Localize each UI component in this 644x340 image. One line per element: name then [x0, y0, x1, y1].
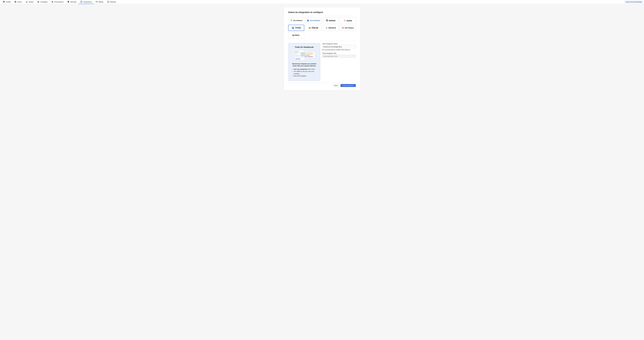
promo-bullet: One way integration with Trello.: [294, 68, 318, 70]
promo-bullet: The ability to set your own sync schedul…: [294, 70, 318, 75]
tile-shortcut[interactable]: Shortcut: [323, 25, 338, 31]
tile-jira-software[interactable]: Jira Software: [288, 18, 304, 24]
tile-label: GitLab: [312, 27, 318, 29]
nav-tab-label: Reports: [110, 1, 116, 3]
create-integration-button[interactable]: Create Integration: [340, 84, 356, 87]
tile-label: Azure DevOps: [310, 20, 320, 21]
svg-rect-7: [38, 2, 39, 2]
nav-tab-permissions[interactable]: Permissions: [50, 0, 65, 4]
integration-tiles-row-2: Trello GitLab Shortcut API Tokens: [288, 25, 356, 31]
reports-icon: [107, 1, 109, 3]
top-nav: Profile Users Teams Company Permissions: [0, 0, 644, 4]
company-icon: [37, 1, 40, 3]
svg-point-18: [344, 20, 344, 21]
teams-icon: [26, 1, 28, 3]
tile-label: asana: [346, 20, 352, 22]
nav-tab-security[interactable]: Security: [66, 0, 78, 4]
bullet-rest: with Trello.: [308, 68, 315, 70]
trello-icon: [292, 26, 294, 29]
integrations-icon: [80, 1, 82, 3]
integration-url-input: [322, 55, 356, 58]
tile-api-tokens[interactable]: API Tokens: [340, 25, 356, 31]
svg-point-3: [15, 1, 16, 2]
svg-point-5: [27, 1, 27, 2]
gitlab-icon: [308, 27, 311, 29]
users-icon: [14, 1, 16, 3]
page-body: Select an integration to configure Jira …: [0, 4, 644, 96]
nav-tab-teams[interactable]: Teams: [24, 0, 35, 4]
svg-rect-11: [52, 2, 53, 2]
tile-label: GitHub: [329, 20, 336, 22]
back-button[interactable]: Back: [333, 84, 340, 87]
nav-tab-label: Billing: [99, 1, 103, 3]
integration-name-input[interactable]: [322, 45, 356, 48]
svg-point-1: [4, 1, 4, 2]
nav-tab-label: Integrations: [83, 1, 92, 3]
nav-tab-label: Profile: [6, 1, 10, 3]
tile-asana[interactable]: asana: [340, 18, 356, 24]
credit-card-icon: [96, 1, 98, 3]
tile-up-next[interactable]: Up Next...: [288, 32, 304, 38]
nav-tab-reports[interactable]: Reports: [105, 0, 118, 4]
nav-tab-label: Users: [18, 1, 22, 3]
nav-tab-profile[interactable]: Profile: [1, 0, 12, 4]
svg-rect-21: [292, 27, 293, 28]
profile-icon: [3, 1, 5, 3]
bullet-rest: Easy field mapping.: [294, 75, 306, 77]
nav-tabs: Profile Users Teams Company Permissions: [1, 0, 118, 4]
nav-tab-label: Company: [40, 1, 48, 3]
nav-tab-label: Permissions: [54, 1, 64, 3]
nav-tab-users[interactable]: Users: [12, 0, 24, 4]
tile-gitlab[interactable]: GitLab: [306, 25, 321, 31]
button-label: Create Integration: [342, 85, 354, 86]
name-label: Trello Integration Name: [322, 43, 356, 44]
form-actions: Back Create Integration: [288, 84, 356, 87]
integrations-card: Select an integration to configure Jira …: [284, 7, 360, 90]
url-label: Trello Integration URL: [322, 52, 356, 54]
config-area: Trello for Roadmunk Seamlessly integrate…: [288, 43, 356, 81]
integration-tiles-row-3: Up Next...: [288, 32, 356, 38]
promo-bullet: Easy field mapping.: [294, 75, 318, 77]
button-label: Back: [334, 85, 338, 86]
api-tokens-icon: [342, 27, 344, 29]
promo-title: Trello for Roadmunk: [290, 46, 318, 48]
asana-icon: [344, 19, 346, 22]
bullet-rest: The ability to set your own sync schedul…: [294, 70, 314, 74]
tile-github[interactable]: GitHub: [323, 18, 338, 24]
azure-devops-icon: [307, 19, 309, 22]
promo-bullets: One way integration with Trello. The abi…: [290, 68, 318, 77]
github-icon: [326, 19, 328, 22]
svg-rect-13: [96, 1, 98, 2]
nav-tab-label: Security: [70, 1, 76, 3]
nav-tab-company[interactable]: Company: [36, 0, 49, 4]
svg-rect-22: [293, 27, 294, 28]
tile-label: Trello: [295, 26, 301, 29]
close-settings-label: Close Account Settings: [626, 1, 642, 3]
promo-tagline: Seamlessly integrate your product vision…: [290, 63, 318, 67]
promo-card: Trello for Roadmunk Seamlessly integrate…: [288, 43, 320, 81]
shortcut-icon: [325, 27, 328, 29]
close-account-settings-button[interactable]: Close Account Settings: [624, 0, 643, 3]
integration-tiles-row-1: Jira Software Azure DevOps GitHub asana: [288, 18, 356, 24]
integration-form: Trello Integration Name For choosing bet…: [320, 43, 356, 81]
svg-point-24: [342, 28, 343, 28]
svg-point-19: [345, 20, 346, 21]
jira-icon: [290, 19, 292, 22]
svg-point-4: [26, 1, 26, 2]
promo-panel: Trello for Roadmunk Seamlessly integrate…: [288, 43, 320, 81]
tile-trello[interactable]: Trello: [288, 25, 304, 31]
nav-tab-label: Teams: [28, 1, 34, 3]
shield-icon: [67, 1, 70, 3]
tile-label: API Tokens: [345, 27, 354, 29]
svg-marker-23: [342, 27, 344, 29]
tile-label: Up Next...: [292, 34, 300, 36]
svg-point-17: [344, 20, 345, 20]
page-heading: Select an integration to configure: [288, 11, 356, 14]
nav-tab-integrations[interactable]: Integrations: [78, 0, 94, 4]
tile-label: Shortcut: [328, 27, 336, 29]
lock-icon: [52, 1, 54, 3]
divider: [288, 41, 356, 41]
tile-azure-devops[interactable]: Azure DevOps: [306, 18, 321, 24]
nav-tab-billing[interactable]: Billing: [94, 0, 105, 4]
svg-rect-12: [80, 1, 82, 2]
